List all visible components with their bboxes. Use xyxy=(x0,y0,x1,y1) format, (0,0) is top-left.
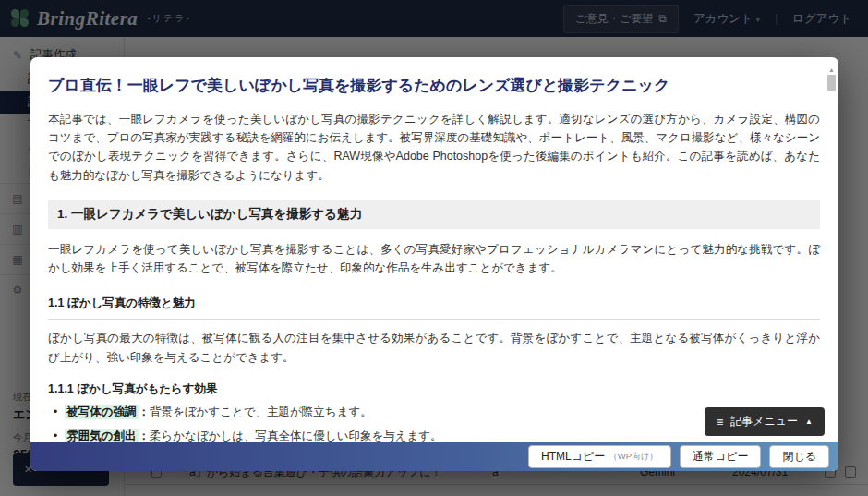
normal-copy-button[interactable]: 通常コピー xyxy=(680,445,762,468)
scrollbar-thumb[interactable] xyxy=(827,75,836,91)
modal-scrollbar[interactable]: ▲ xyxy=(827,67,836,122)
article-h3: 1.1 ぼかし写真の特徴と魅力 xyxy=(48,296,820,320)
article-content: プロ直伝！一眼レフで美しいぼかし写真を撮影するためのレンズ選びと撮影テクニック … xyxy=(30,57,827,442)
article-paragraph: 一眼レフカメラを使って美しいぼかし写真を撮影することは、多くの写真愛好家やプロフ… xyxy=(48,240,820,278)
article-h2: 1. 一眼レフカメラで美しいぼかし写真を撮影する魅力 xyxy=(48,200,820,229)
highlighted-term: 被写体の強調 xyxy=(65,405,138,419)
article-paragraph: ぼかし写真の最大の特徴は、被写体に観る人の注目を集中させる効果があることです。背… xyxy=(48,329,820,367)
article-h4: 1.1.1 ぼかし写真がもたらす効果 xyxy=(48,381,820,397)
wp-note: （WP向け） xyxy=(609,451,658,463)
article-title: プロ直伝！一眼レフで美しいぼかし写真を撮影するためのレンズ選びと撮影テクニック xyxy=(48,76,820,97)
highlighted-term: 雰囲気の創出 xyxy=(65,429,138,442)
modal-footer: HTMLコピー （WP向け） 通常コピー 閉じる xyxy=(30,442,838,471)
close-button[interactable]: 閉じる xyxy=(769,445,829,468)
triangle-up-icon: ▲ xyxy=(805,417,813,426)
article-intro: 本記事では、一眼レフカメラを使った美しいぼかし写真の撮影テクニックを詳しく解説し… xyxy=(48,110,820,185)
html-copy-button[interactable]: HTMLコピー （WP向け） xyxy=(528,445,671,468)
hamburger-icon: ≡ xyxy=(717,416,723,429)
article-preview-modal: プロ直伝！一眼レフで美しいぼかし写真を撮影するためのレンズ選びと撮影テクニック … xyxy=(30,57,838,471)
article-menu-button[interactable]: ≡ 記事メニュー ▲ xyxy=(705,407,825,436)
scroll-up-icon[interactable]: ▲ xyxy=(827,67,836,73)
